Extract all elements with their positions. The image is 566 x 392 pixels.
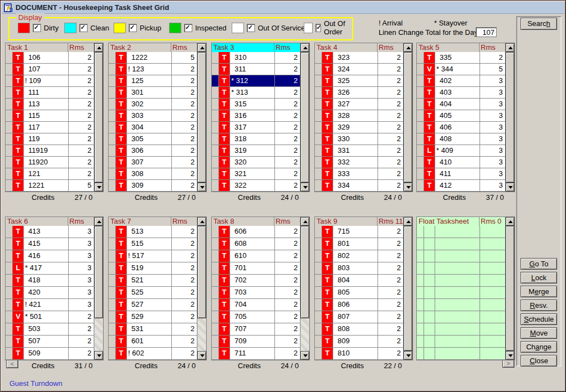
legend-checkbox[interactable]	[33, 24, 41, 32]
move-button[interactable]: Move	[521, 327, 557, 339]
scroll-down-button[interactable]	[300, 183, 309, 192]
table-row[interactable]: L* 4093	[417, 145, 505, 157]
table-row[interactable]: T7072	[212, 323, 300, 336]
scrollbar-thumb[interactable]	[94, 226, 103, 318]
table-row[interactable]: T4023	[417, 75, 505, 87]
table-row[interactable]: V* 3445	[417, 64, 505, 75]
table-row[interactable]: T5152	[109, 238, 197, 250]
scrollbar-thumb[interactable]	[94, 52, 103, 183]
table-row[interactable]: T! 5172	[109, 250, 197, 262]
table-row[interactable]: T1072	[6, 64, 94, 75]
table-row[interactable]: T3302	[315, 133, 403, 145]
table-row[interactable]	[417, 250, 505, 262]
table-row[interactable]	[417, 226, 505, 238]
close-button[interactable]: Close	[521, 355, 557, 367]
table-row[interactable]: T5092	[6, 348, 94, 360]
vertical-scrollbar[interactable]	[300, 43, 309, 192]
legend-checkbox[interactable]	[129, 24, 137, 32]
table-row[interactable]: T1152	[6, 110, 94, 122]
table-row[interactable]: T3032	[109, 110, 197, 122]
scrollbar-thumb[interactable]	[300, 52, 309, 183]
table-row[interactable]: T1062	[6, 52, 94, 64]
table-row[interactable]: T4113	[417, 168, 505, 180]
scroll-down-button[interactable]	[197, 183, 206, 192]
table-row[interactable]: T! 1232	[109, 64, 197, 75]
goto-button[interactable]: Go To	[521, 258, 557, 270]
legend-checkbox[interactable]	[315, 24, 322, 32]
table-row[interactable]: T3352	[417, 52, 505, 64]
table-row[interactable]: T4163	[6, 250, 94, 262]
scrollbar-thumb[interactable]	[404, 226, 412, 351]
table-row[interactable]: T3342	[315, 180, 403, 192]
table-row[interactable]: T3082	[109, 168, 197, 180]
scroll-up-button[interactable]	[506, 43, 514, 52]
table-row[interactable]: T7012	[212, 262, 300, 275]
table-row[interactable]: T3092	[109, 180, 197, 192]
table-row[interactable]: T* 3132	[212, 87, 300, 99]
table-row[interactable]: T3192	[212, 145, 300, 157]
table-row[interactable]: T3112	[212, 64, 300, 75]
vertical-scrollbar[interactable]	[94, 43, 103, 192]
table-row[interactable]: T! 6022	[109, 348, 197, 360]
table-row[interactable]: T8022	[315, 250, 403, 262]
scroll-down-button[interactable]	[94, 183, 103, 192]
table-row[interactable]	[417, 311, 505, 323]
table-row[interactable]: T7042	[212, 299, 300, 311]
table-row[interactable]: V* 5012	[6, 311, 94, 323]
table-row[interactable]: T4103	[417, 157, 505, 168]
vertical-scrollbar[interactable]	[197, 43, 206, 192]
table-row[interactable]: T6082	[212, 238, 300, 250]
scroll-up-button[interactable]	[404, 43, 412, 52]
legend-checkbox[interactable]	[184, 24, 192, 32]
table-row[interactable]: T6102	[212, 250, 300, 262]
scroll-up-button[interactable]	[300, 43, 309, 52]
table-row[interactable]: T3102	[212, 52, 300, 64]
scroll-up-button[interactable]	[300, 217, 309, 226]
scroll-down-button[interactable]	[404, 183, 412, 192]
table-row[interactable]: T119202	[6, 157, 94, 168]
change-button[interactable]: Change	[521, 341, 557, 353]
table-row[interactable]: T1192	[6, 133, 94, 145]
table-row[interactable]: T3292	[315, 122, 403, 133]
table-row[interactable]: T12215	[6, 180, 94, 192]
table-row[interactable]: T3222	[212, 180, 300, 192]
table-row[interactable]: T3252	[315, 75, 403, 87]
scrollbar-thumb[interactable]	[300, 226, 309, 318]
table-row[interactable]: T3242	[315, 64, 403, 75]
table-row[interactable]: T! 4213	[6, 299, 94, 311]
scroll-down-button[interactable]	[300, 351, 309, 360]
table-row[interactable]: T1132	[6, 99, 94, 110]
table-row[interactable]: T4183	[6, 275, 94, 287]
scrollbar-thumb[interactable]	[197, 52, 206, 183]
guest-turndown-link[interactable]: Guest Turndown	[9, 379, 62, 388]
table-row[interactable]: T4043	[417, 99, 505, 110]
table-row[interactable]: T1212	[6, 168, 94, 180]
vertical-scrollbar[interactable]	[300, 217, 309, 360]
table-row[interactable]: T5132	[109, 226, 197, 238]
legend-checkbox[interactable]	[247, 24, 255, 32]
table-row[interactable]: T! 1092	[6, 75, 94, 87]
table-row[interactable]: T4133	[6, 226, 94, 238]
table-row[interactable]	[417, 299, 505, 311]
table-row[interactable]: T3042	[109, 122, 197, 133]
table-row[interactable]: T3322	[315, 157, 403, 168]
table-row[interactable]: T4053	[417, 110, 505, 122]
table-row[interactable]: T8072	[315, 311, 403, 323]
merge-button[interactable]: Merge	[521, 286, 557, 297]
table-row[interactable]: T4033	[417, 87, 505, 99]
resv-button[interactable]: Resv.	[521, 300, 557, 311]
table-row[interactable]: L* 4173	[6, 262, 94, 275]
table-row[interactable]: T3232	[315, 52, 403, 64]
scrollbar-thumb[interactable]	[506, 52, 514, 183]
table-row[interactable]: T5032	[6, 323, 94, 336]
table-row[interactable]	[417, 336, 505, 348]
scrollbar-thumb[interactable]	[197, 226, 206, 318]
table-row[interactable]: T8092	[315, 336, 403, 348]
table-row[interactable]: T3162	[212, 110, 300, 122]
table-row[interactable]: T1252	[109, 75, 197, 87]
table-row[interactable]: T3202	[212, 157, 300, 168]
table-row[interactable]: T4153	[6, 238, 94, 250]
scroll-up-button[interactable]	[506, 217, 514, 226]
table-row[interactable]: T6062	[212, 226, 300, 238]
table-row[interactable]: T119192	[6, 145, 94, 157]
